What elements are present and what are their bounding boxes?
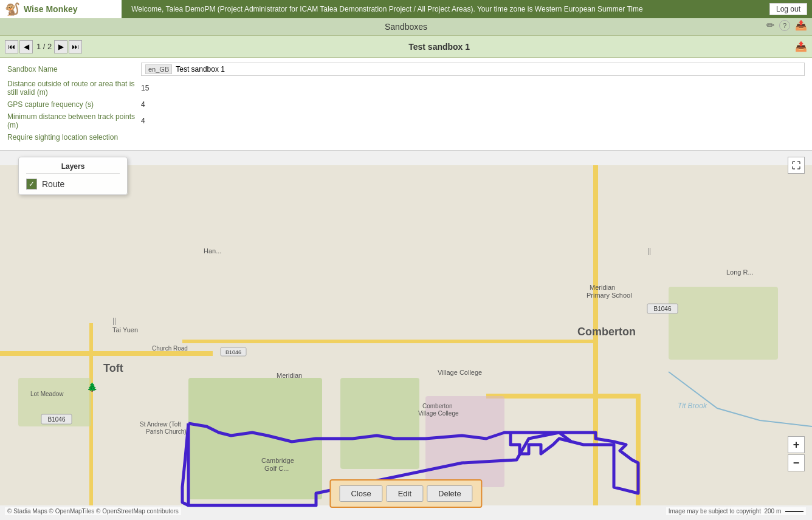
fullscreen-icon bbox=[792, 161, 800, 169]
svg-text:Primary School: Primary School bbox=[587, 292, 632, 299]
sandbox-name-label: Sandbox Name bbox=[7, 65, 141, 74]
last-page-button[interactable]: ⏭ bbox=[69, 40, 82, 53]
map-attribution: © Stadia Maps © OpenMapTiles © OpenStree… bbox=[5, 507, 181, 515]
svg-text:Lot Meadow: Lot Meadow bbox=[30, 391, 64, 397]
require-label: Require sighting location selection bbox=[7, 133, 141, 142]
gps-label: GPS capture frequency (s) bbox=[7, 100, 141, 109]
distance-value: 15 bbox=[141, 84, 805, 92]
min-distance-label: Minimum distance between track points (m… bbox=[7, 112, 141, 129]
top-bar: 🐒 Wise Monkey Welcome, Talea DemoPM (Pro… bbox=[0, 0, 812, 18]
export-button[interactable]: 📤 bbox=[795, 41, 807, 52]
sandbox-name-value: Test sandbox 1 bbox=[176, 65, 225, 74]
record-title: Test sandbox 1 bbox=[83, 42, 795, 52]
logo-icon: 🐒 bbox=[5, 2, 20, 16]
svg-text:||: || bbox=[112, 316, 116, 325]
logout-button[interactable]: Log out bbox=[769, 3, 807, 15]
svg-text:Comberton: Comberton bbox=[422, 403, 452, 409]
sandbox-name-input[interactable]: en_GB Test sandbox 1 bbox=[141, 63, 805, 76]
route-layer-checkbox[interactable]: ✓ bbox=[26, 179, 37, 190]
main-content: Sandboxes ✏ ? 📤 ⏮ ◀ 1 / 2 ▶ ⏭ Test sandb… bbox=[0, 18, 812, 520]
svg-rect-2 bbox=[188, 378, 322, 499]
svg-text:St Andrew (Toft: St Andrew (Toft bbox=[140, 421, 181, 428]
top-icons: ✏ ? 📤 bbox=[766, 19, 807, 31]
gps-value: 4 bbox=[141, 100, 805, 109]
zoom-out-button[interactable]: − bbox=[788, 454, 805, 471]
edit-button[interactable]: Edit bbox=[387, 485, 423, 502]
svg-text:Church Road: Church Road bbox=[152, 345, 188, 352]
edit-icon[interactable]: ✏ bbox=[766, 19, 774, 31]
svg-text:Tai Yuen: Tai Yuen bbox=[112, 326, 138, 334]
locale-badge: en_GB bbox=[145, 64, 172, 74]
fullscreen-button[interactable] bbox=[788, 157, 805, 174]
svg-text:B1046: B1046 bbox=[654, 306, 672, 312]
sandbox-name-row: Sandbox Name en_GB Test sandbox 1 bbox=[7, 63, 805, 76]
svg-text:B1046: B1046 bbox=[48, 416, 66, 423]
section-title: Sandboxes bbox=[385, 22, 427, 32]
map-background: Toft Comberton Tai Yuen Church Road Lot … bbox=[0, 151, 812, 520]
form-area: Sandbox Name en_GB Test sandbox 1 Distan… bbox=[0, 58, 812, 151]
prev-page-button[interactable]: ◀ bbox=[19, 40, 33, 53]
layers-panel: Layers ✓ Route bbox=[18, 157, 128, 195]
svg-text:🌲: 🌲 bbox=[87, 382, 98, 392]
svg-rect-5 bbox=[669, 287, 778, 360]
total-pages: 2 bbox=[47, 42, 52, 51]
distance-row: Distance outside of route or area that i… bbox=[7, 80, 805, 97]
zoom-controls: + − bbox=[788, 436, 805, 471]
help-icon[interactable]: ? bbox=[779, 20, 790, 31]
export-top-icon[interactable]: 📤 bbox=[795, 19, 807, 31]
first-page-button[interactable]: ⏮ bbox=[5, 40, 18, 53]
svg-text:Long R...: Long R... bbox=[726, 269, 754, 276]
svg-rect-3 bbox=[340, 378, 419, 469]
close-button[interactable]: Close bbox=[339, 485, 382, 502]
app-name: Wise Monkey bbox=[24, 4, 78, 14]
map-copyright: Image may be subject to copyright bbox=[666, 507, 763, 515]
svg-text:Han...: Han... bbox=[204, 247, 221, 255]
distance-label: Distance outside of route or area that i… bbox=[7, 80, 141, 97]
route-layer-label: Route bbox=[42, 179, 64, 189]
min-distance-row: Minimum distance between track points (m… bbox=[7, 112, 805, 129]
section-title-bar: Sandboxes ✏ ? 📤 bbox=[0, 18, 812, 36]
action-buttons: Close Edit Delete bbox=[329, 479, 482, 508]
require-row: Require sighting location selection bbox=[7, 133, 805, 142]
svg-text:Meridian: Meridian bbox=[590, 284, 615, 291]
svg-text:Toft: Toft bbox=[103, 362, 123, 374]
route-layer-item: ✓ Route bbox=[26, 179, 120, 190]
page-info: 1 / 2 bbox=[36, 42, 52, 51]
gps-row: GPS capture frequency (s) 4 bbox=[7, 100, 805, 109]
svg-text:B1046: B1046 bbox=[225, 349, 241, 355]
svg-text:Golf C...: Golf C... bbox=[264, 465, 289, 472]
svg-text:Parish Church): Parish Church) bbox=[146, 428, 187, 435]
map-wrapper[interactable]: Toft Comberton Tai Yuen Church Road Lot … bbox=[0, 151, 812, 520]
logo-area: 🐒 Wise Monkey bbox=[0, 0, 122, 18]
svg-text:Comberton: Comberton bbox=[577, 326, 636, 338]
svg-text:Village College: Village College bbox=[418, 410, 459, 417]
svg-text:Tit Brook: Tit Brook bbox=[678, 402, 707, 410]
svg-text:Cambridge: Cambridge bbox=[261, 457, 294, 464]
min-distance-value: 4 bbox=[141, 117, 805, 125]
zoom-in-button[interactable]: + bbox=[788, 436, 805, 453]
svg-text:Meridian: Meridian bbox=[277, 372, 302, 379]
delete-button[interactable]: Delete bbox=[427, 485, 473, 502]
nav-bar: ⏮ ◀ 1 / 2 ▶ ⏭ Test sandbox 1 📤 bbox=[0, 36, 812, 58]
svg-text:||: || bbox=[647, 247, 651, 255]
current-page: 1 bbox=[36, 42, 41, 51]
next-page-button[interactable]: ▶ bbox=[54, 40, 67, 53]
svg-text:Village College: Village College bbox=[438, 369, 482, 376]
map-scale: 200 m bbox=[762, 507, 806, 515]
layers-panel-title: Layers bbox=[26, 162, 120, 174]
